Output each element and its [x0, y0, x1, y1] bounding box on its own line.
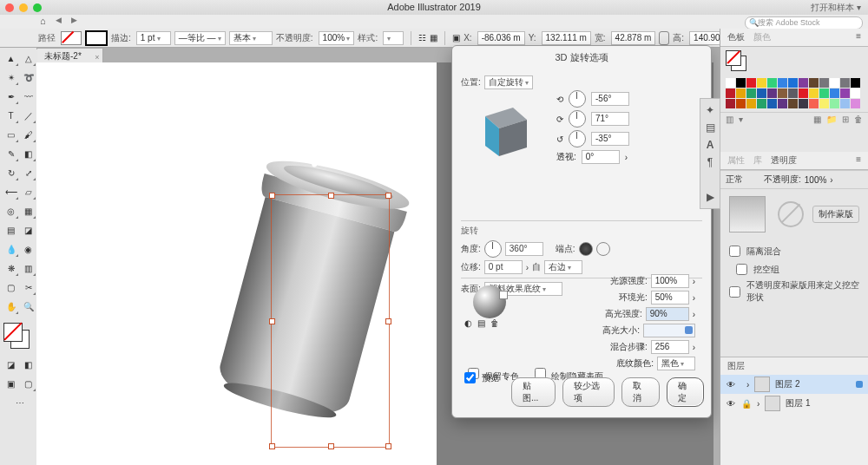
fill-stroke-control[interactable] [3, 323, 30, 349]
color-tab[interactable]: 颜色 [753, 31, 771, 43]
fill-swatch[interactable] [61, 31, 82, 45]
3d-revolve-dialog[interactable]: 3D 旋转选项 位置: 自定旋转 ⟲-56° ⟳71° ↺-35° 透视:0°›… [451, 45, 712, 418]
open-samples-menu[interactable]: 打开和样本 ▾ [811, 0, 861, 15]
swatch[interactable] [830, 99, 839, 108]
swatch[interactable] [736, 88, 746, 98]
preview-checkbox[interactable]: 预览 [461, 370, 499, 386]
shade-color-dropdown[interactable]: 黑色 [657, 357, 695, 370]
map-art-button[interactable]: 贴图... [511, 377, 556, 407]
new-swatch-icon[interactable]: ⊞ [842, 115, 849, 124]
swatch[interactable] [799, 99, 808, 108]
swatch[interactable] [819, 88, 829, 98]
panel-menu-icon[interactable]: ≡ [856, 31, 861, 43]
handle-tl[interactable] [269, 193, 275, 199]
swatch[interactable] [851, 99, 860, 108]
layer-name[interactable]: 图层 1 [786, 397, 810, 409]
ok-button[interactable]: 确定 [667, 377, 704, 407]
character-icon[interactable]: A [707, 139, 714, 151]
shape-builder-tool[interactable]: ◎ [2, 202, 20, 220]
perspective-grid-tool[interactable]: ▦ [19, 202, 37, 220]
swatch[interactable] [767, 99, 777, 108]
swatch[interactable] [788, 88, 798, 98]
swatch[interactable] [830, 78, 839, 88]
new-light-icon[interactable]: ◐ [464, 318, 472, 328]
lasso-tool[interactable]: ➰ [19, 69, 37, 87]
minimize-window-icon[interactable] [19, 3, 28, 12]
play-icon[interactable]: ▶ [707, 191, 714, 203]
swatch-lib-icon[interactable]: ▥ [726, 115, 733, 124]
back-light-icon[interactable]: ▤ [477, 318, 485, 328]
z-angle-field[interactable]: -35° [591, 132, 629, 146]
shape-builder-icon[interactable]: ▦ [430, 33, 437, 43]
visibility-icon[interactable]: 👁 [726, 380, 736, 390]
swatch[interactable] [788, 78, 798, 88]
make-mask-button[interactable]: 制作蒙版 [812, 206, 859, 223]
properties-icon[interactable]: ✦ [706, 104, 714, 116]
swatch[interactable] [778, 88, 787, 98]
swatch[interactable] [799, 88, 808, 98]
chev-icon[interactable]: › [693, 343, 695, 352]
home-icon[interactable]: ⌂ [40, 16, 46, 26]
z-dial[interactable] [569, 130, 586, 147]
new-group-icon[interactable]: 📁 [826, 115, 837, 124]
target-icon[interactable] [856, 381, 863, 388]
3d-track-cube[interactable] [470, 99, 534, 163]
handle-tm[interactable] [328, 193, 334, 199]
cap-off-icon[interactable] [596, 242, 610, 256]
swatch[interactable] [809, 99, 819, 108]
mesh-tool[interactable]: ▤ [2, 221, 20, 239]
disclosure-icon[interactable]: › [757, 399, 760, 409]
handle-mr[interactable] [385, 318, 391, 324]
knockout-checkbox[interactable]: 挖空组 [733, 261, 779, 278]
swatch[interactable] [809, 78, 819, 88]
selection-bounding-box[interactable] [271, 194, 390, 448]
scale-tool[interactable]: ⤢ [19, 164, 37, 182]
close-window-icon[interactable] [5, 3, 14, 12]
chev-icon[interactable]: › [693, 310, 695, 319]
handle-br[interactable] [385, 443, 391, 449]
hand-tool[interactable]: ✋ [2, 298, 20, 316]
layer-name[interactable]: 图层 2 [775, 378, 799, 390]
draw-normal-icon[interactable]: ▣ [2, 375, 20, 393]
swatch[interactable] [778, 99, 787, 108]
handle-bl[interactable] [269, 443, 275, 449]
disclosure-icon[interactable]: › [746, 380, 749, 390]
panel-menu-icon[interactable]: ≡ [856, 154, 861, 167]
blend-mode-dropdown[interactable]: 正常 [726, 174, 760, 186]
rotate-tool[interactable]: ↻ [2, 164, 20, 182]
swatch[interactable] [726, 78, 735, 88]
mac-traffic-lights[interactable] [5, 3, 42, 12]
offset-field[interactable]: 0 pt [484, 260, 523, 274]
swatches-grid[interactable] [720, 75, 868, 112]
brush-def[interactable]: 基本 [229, 31, 273, 45]
delete-swatch-icon[interactable]: 🗑 [854, 115, 863, 124]
swatch[interactable] [726, 88, 735, 98]
document-tab[interactable]: 未标题-2* @ 66.67% (RGB/GPU 预览) × [36, 48, 103, 63]
cap-on-icon[interactable] [579, 242, 593, 256]
opacity-define-checkbox[interactable]: 不透明度和蒙版用来定义挖空形状 [726, 279, 863, 304]
selection-tool[interactable]: ▲ [2, 49, 20, 68]
light-sphere[interactable] [473, 285, 506, 318]
swatch[interactable] [819, 99, 829, 108]
y-field[interactable]: 132.111 m [542, 31, 591, 45]
handle-tr[interactable] [385, 193, 391, 199]
style-field[interactable] [383, 31, 404, 45]
align-icon[interactable]: ☷ [418, 33, 426, 43]
swatch[interactable] [736, 78, 746, 88]
symbol-sprayer-tool[interactable]: ❋ [2, 259, 20, 278]
slice-tool[interactable]: ✂ [19, 278, 37, 297]
paragraph-icon[interactable]: ¶ [707, 156, 713, 168]
transparency-tab[interactable]: 透明度 [771, 154, 797, 167]
slider-knob[interactable] [685, 326, 693, 334]
swatch[interactable] [788, 99, 798, 108]
perspective-field[interactable]: 0° [582, 150, 620, 164]
paintbrush-tool[interactable]: 🖌 [19, 126, 37, 144]
x-angle-field[interactable]: -56° [591, 92, 629, 106]
light-intensity-field[interactable]: 100% [651, 274, 689, 288]
layer-row-2[interactable]: 👁 › 图层 2 [720, 375, 868, 394]
transparency-thumb[interactable] [729, 196, 766, 232]
swatch[interactable] [767, 78, 777, 88]
y-dial[interactable] [569, 110, 586, 128]
stroke-profile[interactable]: —等比 — [174, 31, 226, 45]
artboard-tool[interactable]: ▢ [2, 278, 20, 297]
